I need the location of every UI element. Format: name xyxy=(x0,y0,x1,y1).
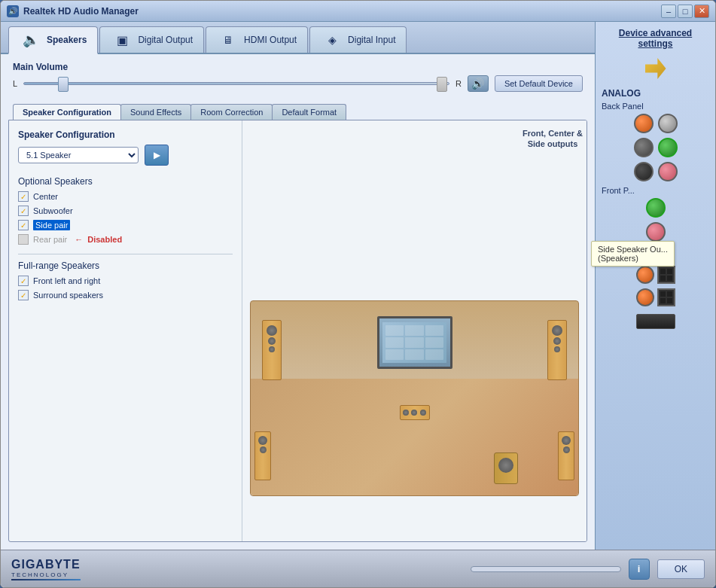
digital-strip xyxy=(636,314,675,329)
back-panel-label: Back Panel xyxy=(602,102,644,111)
main-window: 🔊 Realtek HD Audio Manager – □ ✕ 🔈 Speak… xyxy=(0,0,716,588)
jack-row-3 xyxy=(634,162,678,181)
jack-black-1[interactable] xyxy=(634,162,654,181)
inner-tabs: Speaker Configuration Sound Effects Room… xyxy=(1,98,595,120)
info-button[interactable]: i xyxy=(629,559,650,580)
left-panel: 🔈 Speakers ▣ Digital Output 🖥 HDMI Outpu… xyxy=(1,22,595,550)
subwoofer-checkbox-row: Subwoofer xyxy=(18,206,233,216)
slider-thumb-right[interactable] xyxy=(437,77,447,92)
gigabyte-logo: GIGABYTE TECHNOLOGY xyxy=(11,558,81,580)
play-button[interactable]: ▶ xyxy=(145,145,169,166)
stage-floor xyxy=(251,379,578,495)
subwoofer-checkbox[interactable] xyxy=(18,206,29,216)
right-label: R xyxy=(455,79,462,88)
digital-jack-2[interactable] xyxy=(636,288,654,306)
front-left-cabinet xyxy=(262,320,282,380)
side-left-cabinet xyxy=(254,431,271,480)
front-lr-checkbox[interactable] xyxy=(18,276,29,286)
logo-sub-text: TECHNOLOGY xyxy=(11,571,81,578)
jack-row-2 xyxy=(634,138,678,157)
app-icon: 🔊 xyxy=(7,5,19,17)
tab-digital-input[interactable]: ◈ Digital Input xyxy=(309,26,407,53)
annotation: Front, Center & Side outputs xyxy=(523,128,583,150)
digital-row-2 xyxy=(636,288,675,306)
center-cabinet xyxy=(400,405,430,420)
digital-square-2[interactable] xyxy=(657,288,675,306)
set-default-button[interactable]: Set Default Device xyxy=(495,75,583,92)
jack-row-1 xyxy=(634,114,678,133)
right-config: Front, Center & Side outputs Swap Center… xyxy=(242,120,587,541)
digital-square-1[interactable] xyxy=(657,266,675,284)
annotation-line1: Front, Center & xyxy=(523,129,583,138)
center-checkbox-row: Center xyxy=(18,191,233,202)
right-panel: Device advanced settings ANALOG Back Pan… xyxy=(595,22,715,550)
subwoofer-speaker xyxy=(494,452,518,484)
center-checkbox[interactable] xyxy=(18,191,29,202)
volume-icon-button[interactable]: 🔊 xyxy=(468,75,489,92)
bottom-bar: GIGABYTE TECHNOLOGY i OK xyxy=(1,550,715,587)
section-divider xyxy=(18,254,233,254)
inner-tab-default-format[interactable]: Default Format xyxy=(272,104,346,120)
progress-bar-wrap xyxy=(471,566,621,572)
tab-digital-output[interactable]: ▣ Digital Output xyxy=(99,26,204,53)
surround-checkbox[interactable] xyxy=(18,290,29,300)
rear-pair-checkbox-row: Rear pair ← Disabled xyxy=(18,234,233,245)
analog-label: ANALOG xyxy=(602,88,641,99)
inner-tab-speaker-config[interactable]: Speaker Configuration xyxy=(13,104,121,120)
front-left-speaker xyxy=(262,320,282,380)
volume-area: Main Volume L R 🔊 Set Default Device xyxy=(1,54,595,98)
stage xyxy=(250,300,579,496)
minimize-button[interactable]: – xyxy=(661,5,676,18)
left-config: Speaker Configuration 5.1 Speaker Stereo… xyxy=(9,120,242,541)
tooltip-line1: Side Speaker Ou... xyxy=(598,245,668,254)
disabled-arrow: ← xyxy=(75,235,83,244)
inner-tab-room-correction[interactable]: Room Correction xyxy=(190,104,273,120)
device-advanced-link[interactable]: Device advanced settings xyxy=(619,28,692,49)
jack-pink-1[interactable] xyxy=(658,162,678,181)
fullrange-section: Full-range Speakers Front left and right… xyxy=(18,260,233,300)
maximize-button[interactable]: □ xyxy=(678,5,693,18)
annotation-line2: Side outputs xyxy=(528,139,578,148)
rear-pair-checkbox xyxy=(18,234,29,245)
jack-pink-2[interactable] xyxy=(646,222,666,242)
jack-orange-1[interactable] xyxy=(634,114,654,133)
ok-button[interactable]: OK xyxy=(657,559,705,579)
slider-thumb[interactable] xyxy=(58,77,69,92)
tab-strip: 🔈 Speakers ▣ Digital Output 🖥 HDMI Outpu… xyxy=(1,22,595,54)
side-pair-label: Side pair xyxy=(33,220,70,230)
digital-jack-1[interactable] xyxy=(636,266,654,284)
tv-screen xyxy=(377,316,452,369)
side-right-cabinet xyxy=(558,431,574,480)
volume-label: Main Volume xyxy=(13,62,583,72)
progress-bar xyxy=(471,566,621,572)
jack-green-1[interactable] xyxy=(658,138,678,157)
speaker-config-select[interactable]: 5.1 Speaker Stereo Quadraphonic 7.1 Spea… xyxy=(18,147,139,163)
subwoofer-label: Subwoofer xyxy=(33,206,73,215)
close-button[interactable]: ✕ xyxy=(694,5,709,18)
rear-pair-label: Rear pair xyxy=(33,235,67,244)
volume-row: L R 🔊 Set Default Device xyxy=(13,75,583,92)
bottom-right: i OK xyxy=(471,559,705,580)
side-left-speaker xyxy=(254,431,271,480)
logo-underline xyxy=(11,579,81,580)
surround-label: Surround speakers xyxy=(33,291,103,300)
disabled-text: Disabled xyxy=(87,235,122,244)
config-inner: Speaker Configuration 5.1 Speaker Stereo… xyxy=(9,120,587,541)
jack-green-2[interactable] xyxy=(646,198,666,218)
title-bar: 🔊 Realtek HD Audio Manager – □ ✕ xyxy=(1,1,715,22)
sub-cabinet xyxy=(494,452,518,484)
tv-screen-inner xyxy=(382,322,446,363)
jack-dark-1[interactable] xyxy=(634,138,654,157)
inner-tab-sound-effects[interactable]: Sound Effects xyxy=(120,104,191,120)
optional-speakers-label: Optional Speakers xyxy=(18,176,233,187)
volume-slider[interactable] xyxy=(23,76,449,91)
tab-speakers[interactable]: 🔈 Speakers xyxy=(8,26,98,54)
window-controls: – □ ✕ xyxy=(661,5,709,18)
jack-silver-1[interactable] xyxy=(658,114,678,133)
config-panel: Speaker Configuration 5.1 Speaker Stereo… xyxy=(8,120,587,542)
side-right-speaker xyxy=(558,431,574,480)
tab-hdmi-output[interactable]: 🖥 HDMI Output xyxy=(206,26,308,53)
digital-input-icon: ◈ xyxy=(321,32,343,48)
side-pair-checkbox[interactable] xyxy=(18,220,29,230)
hdmi-icon: 🖥 xyxy=(217,32,239,48)
